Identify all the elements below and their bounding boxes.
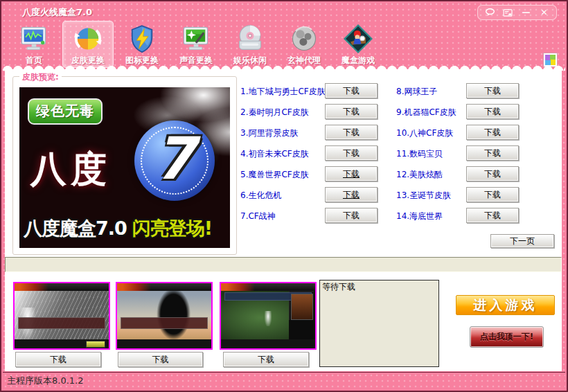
skin-name: 7.CF战神 bbox=[240, 211, 276, 222]
skin-name: 14.海底世界 bbox=[396, 211, 443, 222]
caption-left: 八度魔盒7.0 bbox=[24, 216, 127, 241]
skin-name: 12.美肤炫酷 bbox=[396, 169, 443, 181]
enter-game-button[interactable]: 进入游戏 bbox=[456, 295, 555, 315]
app-window: 八度火线魔盒7.0 — ✕ 首页 皮肤更换 bbox=[0, 0, 568, 392]
skin-name: 1.地下城与勇士CF皮肤 bbox=[240, 86, 326, 98]
thumbnail-poster-art bbox=[291, 294, 313, 320]
download-button[interactable]: 下载 bbox=[325, 83, 378, 98]
toolbar-item-home[interactable]: 首页 bbox=[8, 21, 60, 68]
download-button[interactable]: 下载 bbox=[325, 104, 378, 119]
toolbar-item-proxy[interactable]: 玄神代理 bbox=[278, 21, 330, 68]
title-bar: 八度火线魔盒7.0 — ✕ bbox=[3, 3, 565, 21]
toolbar-item-skin-change[interactable]: 皮肤更换 bbox=[62, 21, 114, 68]
mario-diamond-icon bbox=[343, 24, 373, 54]
download-button[interactable]: 下载 bbox=[466, 166, 519, 181]
shield-lightning-icon bbox=[127, 24, 157, 54]
minimize-button[interactable]: — bbox=[520, 8, 532, 18]
toolbar-item-sound-change[interactable]: 声音更换 bbox=[170, 21, 222, 68]
green-badge: 绿色无毒 bbox=[28, 98, 103, 125]
download-queue-box: 等待下载 bbox=[319, 280, 439, 367]
skin-change-icon bbox=[73, 24, 103, 54]
skin-preview-image: 绿色无毒 八度 7 八度魔盒7.0 闪亮登场! bbox=[19, 87, 230, 248]
skin-name: 11.数码宝贝 bbox=[396, 148, 443, 160]
skin-name: 6.生化危机 bbox=[240, 190, 281, 202]
cd-disc-icon bbox=[235, 24, 265, 54]
sound-change-wand-icon bbox=[181, 24, 211, 54]
download-button[interactable]: 下载 bbox=[325, 208, 378, 223]
window-title: 八度火线魔盒7.0 bbox=[22, 6, 92, 19]
download-button[interactable]: 下载 bbox=[466, 208, 519, 223]
window-controls: — ✕ bbox=[477, 5, 557, 20]
skin-settings-icon[interactable] bbox=[502, 8, 514, 18]
download-button[interactable]: 下载 bbox=[466, 125, 519, 140]
toolbar-item-icon-change[interactable]: 图标更换 bbox=[116, 21, 168, 68]
status-bar: 主程序版本8.0.1.2 bbox=[3, 372, 565, 389]
thumbnail-band-art bbox=[121, 317, 207, 329]
skin-name: 8.网球王子 bbox=[396, 86, 437, 98]
skin-name: 9.机器猫CF皮肤 bbox=[396, 107, 456, 118]
skin-thumbnail-2 bbox=[116, 282, 213, 350]
thumbnail-titlebar-art bbox=[221, 283, 315, 291]
download-button[interactable]: 下载 bbox=[325, 145, 378, 161]
thumbnail-footer-art bbox=[221, 339, 315, 348]
thumbnail-art bbox=[117, 291, 211, 339]
toolbar-item-entertainment[interactable]: 娱乐休闲 bbox=[224, 21, 276, 68]
skin-name: 5.魔兽世界CF皮肤 bbox=[240, 169, 309, 181]
vote-button[interactable]: 点击我顶一下! bbox=[470, 326, 544, 348]
thumbnail-download-button-2[interactable]: 下载 bbox=[118, 352, 203, 367]
thumbnail-titlebar-art bbox=[15, 283, 109, 291]
skin-name: 10.八神CF皮肤 bbox=[396, 127, 453, 139]
caption: 八度魔盒7.0 闪亮登场! bbox=[24, 216, 229, 241]
brand-text: 八度 bbox=[30, 145, 111, 194]
download-button[interactable]: 下载 bbox=[466, 83, 519, 98]
home-monitor-icon bbox=[19, 24, 49, 54]
group-label: 皮肤预览: bbox=[19, 71, 62, 83]
thumbnail-footer-art bbox=[117, 339, 211, 348]
skin-name: 3.阿里背景皮肤 bbox=[240, 127, 298, 139]
skin-name: 2.秦时明月CF皮肤 bbox=[240, 107, 309, 118]
thumbnail-titlebar-art bbox=[117, 283, 211, 291]
toolbar-item-mobox-games[interactable]: 魔盒游戏 bbox=[332, 21, 384, 68]
next-page-button[interactable]: 下一页 bbox=[490, 234, 554, 248]
skin-preview-group: 皮肤预览: 绿色无毒 八度 7 八度魔盒7.0 闪亮登场! bbox=[12, 76, 237, 255]
close-button[interactable]: ✕ bbox=[538, 8, 550, 18]
thumbnail-download-button-1[interactable]: 下载 bbox=[15, 352, 101, 367]
caption-right: 闪亮登场! bbox=[132, 216, 212, 241]
download-button[interactable]: 下载 bbox=[466, 145, 519, 161]
content-area: 皮肤预览: 绿色无毒 八度 7 八度魔盒7.0 闪亮登场! 1.地下城与勇士CF… bbox=[5, 69, 562, 371]
lace-trim bbox=[3, 64, 565, 71]
main-toolbar: 首页 皮肤更换 图标更换 声音更换 娱乐休闲 bbox=[8, 21, 384, 68]
download-button[interactable]: 下载 bbox=[325, 187, 378, 202]
gray-ball-icon bbox=[289, 24, 319, 54]
blue-orb: 7 bbox=[134, 121, 215, 201]
download-button[interactable]: 下载 bbox=[466, 187, 519, 202]
thumbnail-art bbox=[15, 291, 109, 339]
download-button[interactable]: 下载 bbox=[466, 104, 519, 119]
version-text: 主程序版本8.0.1.2 bbox=[7, 375, 83, 386]
skin-name: 4.初音未来CF皮肤 bbox=[240, 148, 309, 160]
skin-name: 13.圣诞节皮肤 bbox=[396, 190, 451, 202]
skin-thumbnail-1 bbox=[13, 282, 110, 350]
download-progress-bar bbox=[5, 257, 562, 272]
thumbnail-download-button-3[interactable]: 下载 bbox=[223, 352, 309, 367]
download-button[interactable]: 下载 bbox=[325, 166, 378, 181]
feedback-bubble-icon[interactable] bbox=[484, 8, 496, 18]
big-number: 7 bbox=[134, 121, 215, 201]
thumbnail-band-art bbox=[18, 317, 105, 329]
skin-thumbnail-3 bbox=[220, 282, 317, 350]
thumbnail-footer-art bbox=[15, 339, 109, 348]
download-button[interactable]: 下载 bbox=[325, 125, 378, 140]
